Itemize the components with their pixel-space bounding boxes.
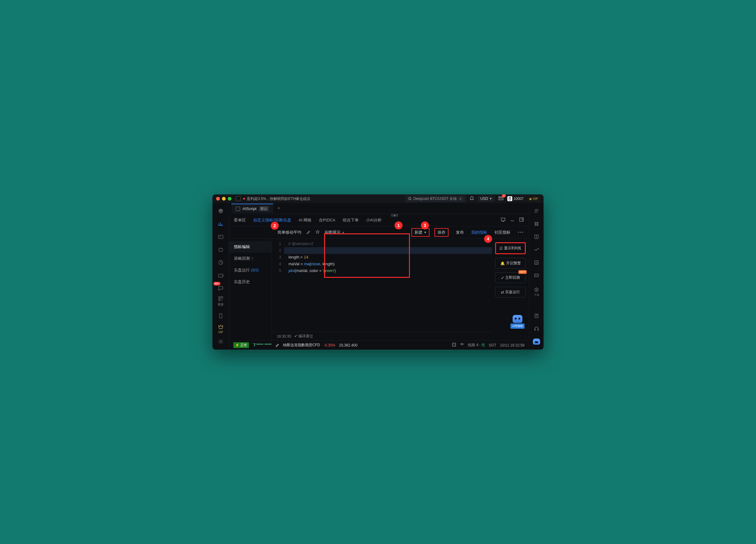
publish-button[interactable]: 发布 xyxy=(453,229,466,236)
left-panel: 指标编辑策略回测 ▽实盘运行 (0/2)实盘历史 xyxy=(229,239,272,340)
route-label[interactable]: 线路 4 : 优 xyxy=(468,343,485,348)
status-badge[interactable]: ⚡ 正常 xyxy=(233,342,249,348)
app-window: 盈利超3.5%，快解锁同款ETH爆仓战法 Deepcoin BTC/USDT 永… xyxy=(212,194,544,350)
popout-icon[interactable] xyxy=(519,217,524,223)
new-tab-button[interactable]: + xyxy=(274,204,284,213)
wifi-icon[interactable] xyxy=(460,343,464,348)
svg-point-13 xyxy=(222,300,222,300)
code-line-3[interactable]: length = 14 xyxy=(284,254,492,261)
code-line-4[interactable]: maVal = ma(close, length) xyxy=(284,261,492,267)
rail-orb-icon[interactable] xyxy=(215,205,226,216)
help-icon[interactable] xyxy=(452,343,456,348)
community-indicators[interactable]: 社区指标 xyxy=(492,229,513,236)
close-window[interactable] xyxy=(216,197,220,201)
svg-rect-10 xyxy=(219,297,220,298)
rail-robot-icon[interactable] xyxy=(215,244,226,255)
alert-button[interactable]: 🔔 开启预警 xyxy=(495,258,526,269)
svg-point-6 xyxy=(220,236,220,237)
rail-wallet-icon[interactable] xyxy=(215,270,226,281)
annotation-circle-2: 2 xyxy=(271,222,279,230)
rail-trend-icon[interactable] xyxy=(532,244,541,255)
svg-point-3 xyxy=(510,198,510,199)
minimize-icon[interactable] xyxy=(510,217,515,223)
more-icon[interactable]: ••• xyxy=(518,230,524,235)
svg-rect-14 xyxy=(219,314,222,318)
file-tab-aiscript[interactable]: AIScript 默认 xyxy=(231,204,273,213)
rail-bar-icon[interactable] xyxy=(532,257,541,268)
cast-icon[interactable] xyxy=(501,217,506,223)
edit-icon[interactable] xyxy=(306,230,311,235)
nav-item-2[interactable]: AI 网格 xyxy=(299,216,311,224)
pencil-icon[interactable] xyxy=(275,343,279,348)
currency-selector[interactable]: USD▼ xyxy=(478,196,494,202)
compile-time: 16:30:35 xyxy=(277,334,291,339)
backtest-button[interactable]: HOT⤢ 立即回测 xyxy=(495,272,526,283)
rail-bot-icon[interactable] xyxy=(532,336,541,347)
rail-chart-icon[interactable] xyxy=(215,218,226,229)
code-line-1[interactable]: // @version=2 xyxy=(284,240,492,247)
code-editor[interactable]: 12345 // @version=2 length = 14maVal = m… xyxy=(272,239,492,332)
titlebar: 盈利超3.5%，快解锁同款ETH爆仓战法 Deepcoin BTC/USDT 永… xyxy=(212,194,544,203)
rail-mobile-icon[interactable] xyxy=(215,310,226,321)
mail-icon[interactable]: 2 xyxy=(498,195,504,202)
rail-analytics-icon[interactable] xyxy=(215,257,226,268)
account-mask: 下***** ***** xyxy=(253,343,272,348)
rail-settings-icon[interactable] xyxy=(215,336,226,347)
share-icon[interactable] xyxy=(236,196,241,201)
app-footer: ⚡ 正常 下***** ***** 纳斯达克指数期货CFD -0.35% 20,… xyxy=(229,340,529,350)
rail-order-icon[interactable]: 下单 xyxy=(532,286,541,297)
ai-robot-icon xyxy=(513,315,522,323)
code-line-5[interactable]: plot(maVal, color = 'green') xyxy=(284,267,492,274)
rail-more[interactable]: 更多 xyxy=(215,296,226,307)
rail-dollar-icon[interactable]: $ xyxy=(532,231,541,242)
editor-wrap: 12345 // @version=2 length = 14maVal = m… xyxy=(272,239,492,340)
annotation-circle-4: 4 xyxy=(484,235,492,243)
rail-vip-icon[interactable]: VIP xyxy=(215,323,226,334)
vip-badge[interactable]: ◆ VIP xyxy=(527,196,540,201)
save-button[interactable]: 保存 xyxy=(434,228,449,237)
timezone[interactable]: SGT xyxy=(489,343,496,347)
price-value: 20,382.400 xyxy=(339,343,357,347)
minimize-window[interactable] xyxy=(222,197,226,201)
lp-item-2[interactable]: 实盘运行 (0/2) xyxy=(229,264,272,276)
ai-tag: AI写指标 xyxy=(510,324,525,329)
points-balance[interactable]: 10007 xyxy=(507,196,524,201)
star-icon[interactable] xyxy=(315,230,320,235)
instrument-name[interactable]: 纳斯达克指数期货CFD xyxy=(283,343,320,348)
compile-status: ✔ 编译通过 xyxy=(294,334,313,339)
global-search[interactable]: Deepcoin BTC/USDT 永续/ xyxy=(405,195,466,202)
svg-text:$: $ xyxy=(536,236,537,238)
nav-item-5[interactable]: 小AI分析 xyxy=(366,216,382,224)
rail-message-icon[interactable]: 99+ xyxy=(215,283,226,294)
live-run-button[interactable]: ⇄ 实盘运行 xyxy=(495,287,526,297)
show-on-kline-button[interactable]: ☑ 显示到K线 xyxy=(495,242,526,254)
annotation-circle-3: 3 xyxy=(421,221,429,229)
ai-assistant-float[interactable]: AI写指标 xyxy=(510,315,525,329)
lp-item-1[interactable]: 策略回测 ▽ xyxy=(229,253,272,264)
code-area[interactable]: // @version=2 length = 14maVal = ma(clos… xyxy=(284,239,492,332)
left-nav-rail: 99+ 更多 VIP xyxy=(212,203,229,350)
script-name: 简单移动平均 xyxy=(277,230,301,235)
nav-item-0[interactable]: 委单区 xyxy=(234,216,246,224)
rail-book-icon[interactable] xyxy=(532,310,541,321)
code-line-2[interactable] xyxy=(284,247,492,254)
content-area: 指标编辑策略回测 ▽实盘运行 (0/2)实盘历史 12345 // @versi… xyxy=(229,239,529,340)
bell-icon[interactable] xyxy=(469,196,474,202)
lp-item-3[interactable]: 实盘历史 xyxy=(229,276,272,288)
rail-list-icon[interactable] xyxy=(532,205,541,216)
subchart-dropdown[interactable]: 副图展示 ▼ xyxy=(325,230,345,235)
rail-etf-icon[interactable]: ETF xyxy=(532,270,541,281)
maximize-window[interactable] xyxy=(228,197,231,201)
nav-item-4[interactable]: 组合下单 xyxy=(343,216,359,224)
lp-item-0[interactable]: 指标编辑 xyxy=(229,241,272,253)
news-ticker[interactable]: 盈利超3.5%，快解锁同款ETH爆仓战法 xyxy=(243,196,310,201)
svg-rect-5 xyxy=(218,235,223,239)
rail-headset-icon[interactable] xyxy=(532,323,541,334)
nav-item-3[interactable]: 合约DCA xyxy=(319,216,335,224)
my-indicators-link[interactable]: 我的指标 xyxy=(471,230,487,235)
new-button[interactable]: 新建 ▼ xyxy=(411,228,430,237)
rail-folder-icon[interactable] xyxy=(215,231,226,242)
svg-point-4 xyxy=(218,209,223,213)
rail-grid-icon[interactable] xyxy=(532,218,541,229)
right-nav-rail: $ ETF 下单 xyxy=(529,203,544,350)
